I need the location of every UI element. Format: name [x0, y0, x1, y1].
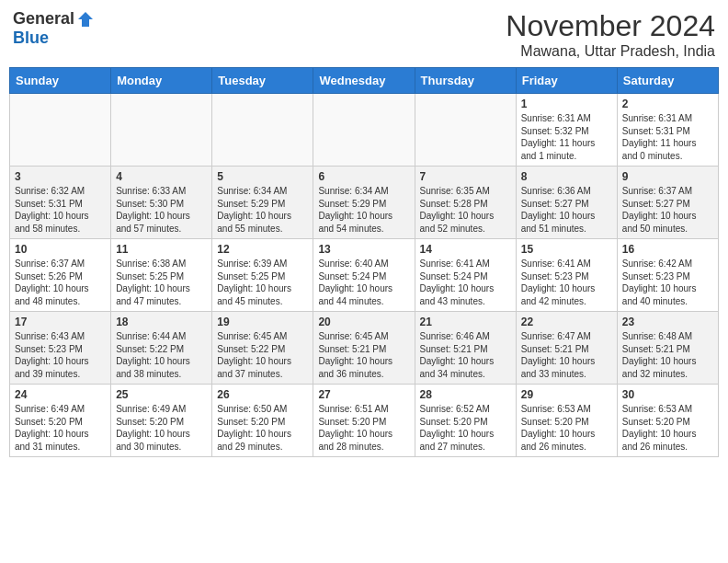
- logo: General Blue: [13, 9, 95, 48]
- day-of-week-header: Friday: [516, 68, 617, 94]
- title-block: November 2024 Mawana, Uttar Pradesh, Ind…: [506, 9, 715, 60]
- svg-marker-0: [78, 12, 93, 27]
- day-of-week-header: Tuesday: [212, 68, 313, 94]
- day-info: Sunrise: 6:45 AM Sunset: 5:22 PM Dayligh…: [217, 330, 308, 380]
- calendar-cell: [212, 94, 313, 167]
- day-info: Sunrise: 6:49 AM Sunset: 5:20 PM Dayligh…: [15, 403, 106, 453]
- day-info: Sunrise: 6:53 AM Sunset: 5:20 PM Dayligh…: [622, 403, 713, 453]
- calendar-cell: 26Sunrise: 6:50 AM Sunset: 5:20 PM Dayli…: [212, 385, 313, 457]
- day-number: 4: [116, 170, 207, 183]
- day-info: Sunrise: 6:34 AM Sunset: 5:29 PM Dayligh…: [318, 185, 409, 235]
- calendar-cell: 15Sunrise: 6:41 AM Sunset: 5:23 PM Dayli…: [516, 239, 617, 312]
- day-info: Sunrise: 6:43 AM Sunset: 5:23 PM Dayligh…: [15, 330, 106, 380]
- calendar-cell: [415, 94, 516, 167]
- calendar-cell: 28Sunrise: 6:52 AM Sunset: 5:20 PM Dayli…: [415, 385, 516, 457]
- day-info: Sunrise: 6:31 AM Sunset: 5:32 PM Dayligh…: [521, 112, 612, 162]
- calendar-week-row: 3Sunrise: 6:32 AM Sunset: 5:31 PM Daylig…: [10, 167, 719, 239]
- day-of-week-header: Thursday: [415, 68, 516, 94]
- day-info: Sunrise: 6:48 AM Sunset: 5:21 PM Dayligh…: [622, 330, 713, 380]
- calendar-cell: 7Sunrise: 6:35 AM Sunset: 5:28 PM Daylig…: [415, 167, 516, 239]
- day-number: 8: [521, 170, 612, 183]
- day-number: 6: [318, 170, 409, 183]
- calendar-cell: 10Sunrise: 6:37 AM Sunset: 5:26 PM Dayli…: [10, 239, 111, 312]
- calendar-week-row: 10Sunrise: 6:37 AM Sunset: 5:26 PM Dayli…: [10, 239, 719, 312]
- calendar-cell: 4Sunrise: 6:33 AM Sunset: 5:30 PM Daylig…: [111, 167, 212, 239]
- day-number: 2: [622, 98, 713, 110]
- day-info: Sunrise: 6:40 AM Sunset: 5:24 PM Dayligh…: [318, 258, 409, 307]
- day-number: 20: [318, 316, 409, 328]
- day-info: Sunrise: 6:38 AM Sunset: 5:25 PM Dayligh…: [116, 258, 207, 307]
- day-of-week-header: Wednesday: [313, 68, 415, 94]
- day-number: 11: [116, 243, 207, 256]
- day-info: Sunrise: 6:33 AM Sunset: 5:30 PM Dayligh…: [116, 185, 207, 235]
- calendar-cell: 22Sunrise: 6:47 AM Sunset: 5:21 PM Dayli…: [516, 312, 617, 385]
- day-info: Sunrise: 6:51 AM Sunset: 5:20 PM Dayligh…: [318, 403, 409, 453]
- calendar-cell: 2Sunrise: 6:31 AM Sunset: 5:31 PM Daylig…: [617, 94, 718, 167]
- calendar-cell: 14Sunrise: 6:41 AM Sunset: 5:24 PM Dayli…: [415, 239, 516, 312]
- day-number: 19: [217, 316, 308, 328]
- calendar-cell: 3Sunrise: 6:32 AM Sunset: 5:31 PM Daylig…: [10, 167, 111, 239]
- day-info: Sunrise: 6:36 AM Sunset: 5:27 PM Dayligh…: [521, 185, 612, 235]
- calendar-week-row: 1Sunrise: 6:31 AM Sunset: 5:32 PM Daylig…: [10, 94, 719, 167]
- day-info: Sunrise: 6:46 AM Sunset: 5:21 PM Dayligh…: [420, 330, 511, 380]
- day-number: 17: [15, 316, 106, 328]
- day-info: Sunrise: 6:34 AM Sunset: 5:29 PM Dayligh…: [217, 185, 308, 235]
- month-title: November 2024: [506, 9, 715, 43]
- calendar-table: SundayMondayTuesdayWednesdayThursdayFrid…: [9, 67, 719, 457]
- logo-icon: [76, 10, 95, 29]
- day-info: Sunrise: 6:44 AM Sunset: 5:22 PM Dayligh…: [116, 330, 207, 380]
- day-info: Sunrise: 6:31 AM Sunset: 5:31 PM Dayligh…: [622, 112, 713, 162]
- day-info: Sunrise: 6:37 AM Sunset: 5:27 PM Dayligh…: [622, 185, 713, 235]
- day-number: 13: [318, 243, 409, 256]
- day-number: 1: [521, 98, 612, 110]
- day-number: 15: [521, 243, 612, 256]
- day-of-week-header: Saturday: [617, 68, 718, 94]
- calendar-cell: 24Sunrise: 6:49 AM Sunset: 5:20 PM Dayli…: [10, 385, 111, 457]
- location: Mawana, Uttar Pradesh, India: [506, 43, 715, 60]
- day-number: 10: [15, 243, 106, 256]
- day-number: 21: [420, 316, 511, 328]
- calendar-cell: 17Sunrise: 6:43 AM Sunset: 5:23 PM Dayli…: [10, 312, 111, 385]
- day-number: 7: [420, 170, 511, 183]
- calendar-week-row: 17Sunrise: 6:43 AM Sunset: 5:23 PM Dayli…: [10, 312, 719, 385]
- day-number: 30: [622, 388, 713, 401]
- calendar-cell: [313, 94, 415, 167]
- logo-general-text: General: [13, 9, 74, 29]
- calendar-cell: 27Sunrise: 6:51 AM Sunset: 5:20 PM Dayli…: [313, 385, 415, 457]
- day-info: Sunrise: 6:35 AM Sunset: 5:28 PM Dayligh…: [420, 185, 511, 235]
- day-info: Sunrise: 6:47 AM Sunset: 5:21 PM Dayligh…: [521, 330, 612, 380]
- day-number: 28: [420, 388, 511, 401]
- day-info: Sunrise: 6:32 AM Sunset: 5:31 PM Dayligh…: [15, 185, 106, 235]
- day-info: Sunrise: 6:52 AM Sunset: 5:20 PM Dayligh…: [420, 403, 511, 453]
- calendar-cell: 29Sunrise: 6:53 AM Sunset: 5:20 PM Dayli…: [516, 385, 617, 457]
- day-info: Sunrise: 6:49 AM Sunset: 5:20 PM Dayligh…: [116, 403, 207, 453]
- calendar-cell: 1Sunrise: 6:31 AM Sunset: 5:32 PM Daylig…: [516, 94, 617, 167]
- calendar-cell: [111, 94, 212, 167]
- day-info: Sunrise: 6:50 AM Sunset: 5:20 PM Dayligh…: [217, 403, 308, 453]
- day-number: 14: [420, 243, 511, 256]
- calendar-cell: 6Sunrise: 6:34 AM Sunset: 5:29 PM Daylig…: [313, 167, 415, 239]
- calendar-week-row: 24Sunrise: 6:49 AM Sunset: 5:20 PM Dayli…: [10, 385, 719, 457]
- calendar-cell: 18Sunrise: 6:44 AM Sunset: 5:22 PM Dayli…: [111, 312, 212, 385]
- day-number: 24: [15, 388, 106, 401]
- calendar-cell: 12Sunrise: 6:39 AM Sunset: 5:25 PM Dayli…: [212, 239, 313, 312]
- calendar-cell: 19Sunrise: 6:45 AM Sunset: 5:22 PM Dayli…: [212, 312, 313, 385]
- calendar-cell: 23Sunrise: 6:48 AM Sunset: 5:21 PM Dayli…: [617, 312, 718, 385]
- logo-blue-text: Blue: [13, 29, 49, 48]
- calendar-cell: 5Sunrise: 6:34 AM Sunset: 5:29 PM Daylig…: [212, 167, 313, 239]
- calendar-header-row: SundayMondayTuesdayWednesdayThursdayFrid…: [10, 68, 719, 94]
- day-number: 23: [622, 316, 713, 328]
- calendar-cell: 13Sunrise: 6:40 AM Sunset: 5:24 PM Dayli…: [313, 239, 415, 312]
- day-number: 3: [15, 170, 106, 183]
- day-number: 16: [622, 243, 713, 256]
- day-number: 18: [116, 316, 207, 328]
- calendar-cell: 30Sunrise: 6:53 AM Sunset: 5:20 PM Dayli…: [617, 385, 718, 457]
- day-number: 25: [116, 388, 207, 401]
- calendar-cell: 20Sunrise: 6:45 AM Sunset: 5:21 PM Dayli…: [313, 312, 415, 385]
- day-number: 27: [318, 388, 409, 401]
- day-number: 29: [521, 388, 612, 401]
- day-info: Sunrise: 6:37 AM Sunset: 5:26 PM Dayligh…: [15, 258, 106, 307]
- day-info: Sunrise: 6:39 AM Sunset: 5:25 PM Dayligh…: [217, 258, 308, 307]
- calendar-cell: 25Sunrise: 6:49 AM Sunset: 5:20 PM Dayli…: [111, 385, 212, 457]
- day-number: 5: [217, 170, 308, 183]
